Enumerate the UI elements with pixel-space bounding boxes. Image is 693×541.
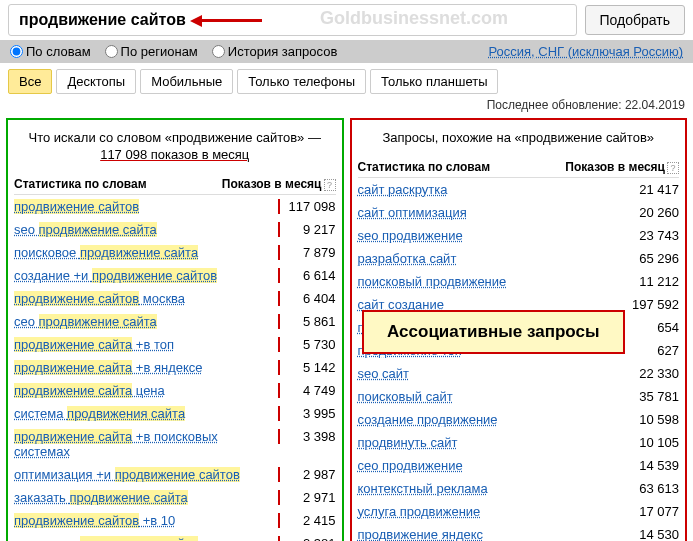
impressions: 6 614 bbox=[278, 268, 336, 283]
keyword-link[interactable]: продвижение яндекс bbox=[358, 527, 484, 541]
impressions: 14 530 bbox=[631, 527, 679, 541]
keyword-link[interactable]: разработка сайт bbox=[358, 251, 457, 266]
keyword-link[interactable]: продвижение сайта +в топ bbox=[14, 337, 174, 352]
tab-all[interactable]: Все bbox=[8, 69, 52, 94]
impressions: 2 987 bbox=[278, 467, 336, 482]
col-count: Показов в месяц? bbox=[565, 160, 679, 174]
impressions: 10 598 bbox=[631, 412, 679, 427]
table-row: создание +и продвижение сайтов6 614 bbox=[14, 264, 336, 287]
keyword-link[interactable]: поисковый сайт bbox=[358, 389, 453, 404]
keyword-link[interactable]: сайт оптимизация bbox=[358, 205, 467, 220]
impressions: 35 781 bbox=[631, 389, 679, 404]
table-row: продвижение сайтов +в 102 415 bbox=[14, 509, 336, 532]
col-stat: Статистика по словам bbox=[14, 177, 147, 191]
keyword-link[interactable]: продвижение сайта +в яндексе bbox=[14, 360, 203, 375]
table-row: система продвижения сайта3 995 bbox=[14, 402, 336, 425]
table-row: разработка сайт65 296 bbox=[358, 247, 680, 270]
table-row: продвижение сайтов117 098 bbox=[14, 195, 336, 218]
radio-by-regions[interactable]: По регионам bbox=[105, 44, 198, 59]
impressions: 627 bbox=[649, 343, 679, 358]
keyword-link[interactable]: продвижение сайта +в поисковых системах bbox=[14, 429, 274, 459]
table-row: продвинуть сайт10 105 bbox=[358, 431, 680, 454]
impressions: 65 296 bbox=[631, 251, 679, 266]
help-icon[interactable]: ? bbox=[667, 162, 679, 174]
callout-annotation: Ассоциативные запросы bbox=[362, 310, 626, 354]
keyword-link[interactable]: продвижение сайтов +в 10 bbox=[14, 513, 175, 528]
region-link[interactable]: Россия, СНГ (исключая Россию) bbox=[488, 44, 683, 59]
impressions: 11 212 bbox=[631, 274, 679, 289]
search-input[interactable] bbox=[8, 4, 577, 36]
table-row: продвижение сайта цена4 749 bbox=[14, 379, 336, 402]
radio-history[interactable]: История запросов bbox=[212, 44, 338, 59]
table-row: поисковый сайт35 781 bbox=[358, 385, 680, 408]
panel-searched-with: Что искали со словом «продвижение сайтов… bbox=[6, 118, 344, 541]
panel-title: Что искали со словом «продвижение сайтов… bbox=[14, 124, 336, 174]
tab-phones[interactable]: Только телефоны bbox=[237, 69, 366, 94]
keyword-link[interactable]: создание продвижение bbox=[358, 412, 498, 427]
keyword-link[interactable]: поисковый продвижение bbox=[358, 274, 507, 289]
impressions: 5 142 bbox=[278, 360, 336, 375]
keyword-link[interactable]: стоимость продвижения сайта bbox=[14, 536, 198, 541]
impressions: 20 260 bbox=[631, 205, 679, 220]
table-row: оптимизация +и продвижение сайтов2 987 bbox=[14, 463, 336, 486]
table-row: сео продвижение14 539 bbox=[358, 454, 680, 477]
impressions: 654 bbox=[649, 320, 679, 335]
table-row: seo сайт22 330 bbox=[358, 362, 680, 385]
impressions: 9 217 bbox=[278, 222, 336, 237]
tab-tablets[interactable]: Только планшеты bbox=[370, 69, 498, 94]
table-row: seo продвижение23 743 bbox=[358, 224, 680, 247]
impressions: 63 613 bbox=[631, 481, 679, 496]
tab-mobile[interactable]: Мобильные bbox=[140, 69, 233, 94]
keyword-link[interactable]: контекстный реклама bbox=[358, 481, 488, 496]
table-row: создание продвижение10 598 bbox=[358, 408, 680, 431]
impressions: 197 592 bbox=[624, 297, 679, 312]
keyword-link[interactable]: продвижение сайтов москва bbox=[14, 291, 185, 306]
table-row: сайт оптимизация20 260 bbox=[358, 201, 680, 224]
col-stat: Статистика по словам bbox=[358, 160, 491, 174]
impressions: 2 415 bbox=[278, 513, 336, 528]
impressions: 3 995 bbox=[278, 406, 336, 421]
keyword-link[interactable]: поисковое продвижение сайта bbox=[14, 245, 198, 260]
radio-by-words[interactable]: По словам bbox=[10, 44, 91, 59]
keyword-link[interactable]: seo сайт bbox=[358, 366, 410, 381]
keyword-link[interactable]: сайт раскрутка bbox=[358, 182, 448, 197]
keyword-link[interactable]: система продвижения сайта bbox=[14, 406, 185, 421]
submit-button[interactable]: Подобрать bbox=[585, 5, 686, 35]
col-count: Показов в месяц? bbox=[222, 177, 336, 191]
keyword-link[interactable]: продвижение сайтов bbox=[14, 199, 139, 214]
keyword-link[interactable]: seo продвижение bbox=[358, 228, 463, 243]
impressions: 22 330 bbox=[631, 366, 679, 381]
impressions: 23 743 bbox=[631, 228, 679, 243]
table-row: продвижение сайта +в поисковых системах3… bbox=[14, 425, 336, 463]
impressions: 6 404 bbox=[278, 291, 336, 306]
keyword-link[interactable]: сео продвижение bbox=[358, 458, 463, 473]
keyword-link[interactable]: сео продвижение сайта bbox=[14, 314, 157, 329]
impressions: 21 417 bbox=[631, 182, 679, 197]
impressions: 5 730 bbox=[278, 337, 336, 352]
panel-similar: Запросы, похожие на «продвижение сайтов»… bbox=[350, 118, 688, 541]
impressions: 10 105 bbox=[631, 435, 679, 450]
impressions: 5 861 bbox=[278, 314, 336, 329]
keyword-link[interactable]: продвижение сайта цена bbox=[14, 383, 165, 398]
impressions: 3 398 bbox=[278, 429, 336, 444]
table-row: продвижение сайта +в яндексе5 142 bbox=[14, 356, 336, 379]
impressions: 4 749 bbox=[278, 383, 336, 398]
table-row: продвижение сайтов москва6 404 bbox=[14, 287, 336, 310]
impressions: 17 077 bbox=[631, 504, 679, 519]
keyword-link[interactable]: заказать продвижение сайта bbox=[14, 490, 188, 505]
table-row: поисковый продвижение11 212 bbox=[358, 270, 680, 293]
impressions: 14 539 bbox=[631, 458, 679, 473]
keyword-link[interactable]: оптимизация +и продвижение сайтов bbox=[14, 467, 240, 482]
last-updated: Последнее обновление: 22.04.2019 bbox=[487, 98, 685, 112]
panel-title: Запросы, похожие на «продвижение сайтов» bbox=[358, 124, 680, 157]
tab-desktops[interactable]: Десктопы bbox=[56, 69, 136, 94]
table-row: поисковое продвижение сайта7 879 bbox=[14, 241, 336, 264]
keyword-link[interactable]: продвинуть сайт bbox=[358, 435, 458, 450]
keyword-link[interactable]: создание +и продвижение сайтов bbox=[14, 268, 217, 283]
impressions: 2 381 bbox=[278, 536, 336, 541]
impressions: 117 098 bbox=[278, 199, 336, 214]
table-row: сео продвижение сайта5 861 bbox=[14, 310, 336, 333]
keyword-link[interactable]: услуга продвижение bbox=[358, 504, 481, 519]
help-icon[interactable]: ? bbox=[324, 179, 336, 191]
keyword-link[interactable]: seo продвижение сайта bbox=[14, 222, 157, 237]
